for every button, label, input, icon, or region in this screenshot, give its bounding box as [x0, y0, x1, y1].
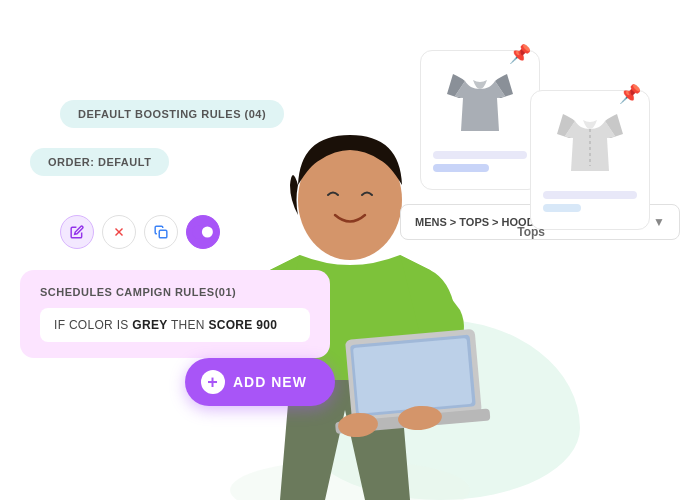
product-line-2a: [543, 191, 637, 199]
icon-toolbar: [60, 215, 220, 249]
chevron-down-icon: ▼: [653, 215, 665, 229]
rule-text-middle: THEN: [168, 318, 209, 332]
product-line-2b: [543, 204, 581, 212]
pin-icon-1: 📌: [509, 43, 531, 65]
rule-score-label: SCORE: [208, 318, 256, 332]
product-image-2: [550, 103, 630, 183]
rule-score-value: 900: [256, 318, 277, 332]
svg-rect-11: [353, 338, 472, 414]
edit-icon-button[interactable]: [60, 215, 94, 249]
tops-label: Tops: [517, 225, 545, 239]
product-image-1: [440, 63, 520, 143]
copy-icon-button[interactable]: [144, 215, 178, 249]
product-card-1[interactable]: 📌: [420, 50, 540, 190]
rule-color: GREY: [132, 318, 167, 332]
rule-text-prefix: IF COLOR IS: [54, 318, 132, 332]
svg-point-6: [230, 460, 470, 500]
rule-row: IF COLOR IS GREY THEN SCORE 900: [40, 308, 310, 342]
campaign-title: SCHEDULES CAMPIGN RULES(01): [40, 286, 310, 298]
product-cards-container: 📌 📌: [400, 40, 680, 250]
product-line-1b: [433, 164, 489, 172]
pin-icon-2: 📌: [619, 83, 641, 105]
toggle-icon-button[interactable]: [186, 215, 220, 249]
add-new-label: ADD NEW: [233, 374, 307, 390]
product-line-1a: [433, 151, 527, 159]
add-new-plus-icon: +: [201, 370, 225, 394]
svg-rect-2: [159, 230, 167, 238]
add-new-button[interactable]: + ADD NEW: [185, 358, 335, 406]
order-default-badge: ORDER: DEFAULT: [30, 148, 169, 176]
close-icon-button[interactable]: [102, 215, 136, 249]
campaign-card: SCHEDULES CAMPIGN RULES(01) IF COLOR IS …: [20, 270, 330, 358]
svg-point-4: [202, 227, 213, 238]
product-card-2[interactable]: 📌: [530, 90, 650, 230]
boosting-rules-badge: DEFAULT BOOSTING RULES (04): [60, 100, 284, 128]
